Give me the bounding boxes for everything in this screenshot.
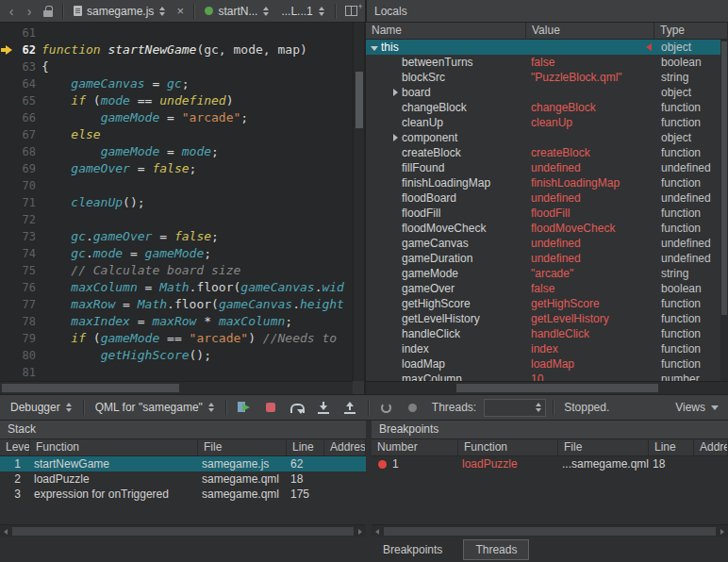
breakpoint-margin[interactable] [0, 211, 15, 228]
scrollbar-thumb[interactable] [12, 527, 354, 536]
stack-horizontal-scrollbar[interactable] [0, 524, 366, 537]
locals-row[interactable]: thisobject [366, 40, 720, 55]
tab-breakpoints[interactable]: Breakpoints [372, 539, 454, 560]
locals-vertical-scrollbar[interactable] [720, 40, 728, 381]
locals-row[interactable]: cleanUpcleanUpfunction [366, 115, 720, 130]
editor-line[interactable]: 78 maxIndex = maxRow * maxColumn; [0, 313, 353, 330]
record-button[interactable] [402, 397, 424, 418]
locals-row[interactable]: betweenTurnsfalseboolean [366, 55, 720, 70]
scrollbar-thumb[interactable] [384, 527, 716, 536]
editor-line[interactable]: 63{ [0, 58, 353, 75]
stack-row[interactable]: 3expression for onTriggeredsamegame.qml1… [0, 487, 366, 502]
breakpoint-margin[interactable] [0, 364, 15, 381]
breakpoint-margin[interactable] [0, 313, 15, 330]
debugger-perspective-combo[interactable]: Debugger [6, 398, 76, 417]
locals-row[interactable]: gameOverfalseboolean [366, 281, 720, 296]
scrollbar-thumb[interactable] [456, 384, 658, 392]
continue-button[interactable] [233, 397, 256, 418]
scroll-right-icon[interactable] [720, 529, 724, 535]
locals-row[interactable]: floodBoardundefinedundefined [366, 190, 720, 206]
scroll-left-icon[interactable] [4, 529, 8, 535]
locals-row[interactable]: loadMaploadMapfunction [366, 356, 720, 372]
editor-line[interactable]: 70 [0, 177, 353, 194]
editor-line[interactable]: 75 // Calculate board size [0, 262, 353, 279]
views-menu-button[interactable]: Views [675, 401, 722, 414]
column-header[interactable]: Type [654, 23, 728, 39]
open-document-combo[interactable]: samegame.js [69, 2, 170, 21]
breakpoint-margin[interactable] [0, 160, 15, 177]
locals-row[interactable]: createBlockcreateBlockfunction [366, 145, 720, 160]
editor-vertical-scrollbar[interactable] [353, 23, 364, 381]
locals-row[interactable]: floodMoveCheckfloodMoveCheckfunction [366, 221, 720, 236]
editor-line[interactable]: 73 gc.gameOver = false; [0, 228, 353, 245]
editor-line[interactable]: 79 if (gameMode == "arcade") //Needs to [0, 330, 353, 347]
breakpoint-margin[interactable] [0, 25, 15, 41]
editor-line[interactable]: 62function startNewGame(gc, mode, map) [0, 41, 353, 58]
locals-row[interactable]: fillFoundundefinedundefined [366, 160, 720, 175]
breakpoint-margin[interactable] [0, 41, 15, 58]
breakpoint-margin[interactable] [0, 347, 15, 364]
expander-icon[interactable] [389, 85, 402, 100]
editor-line[interactable]: 76 maxColumn = Math.floor(gameCanvas.wid [0, 279, 353, 296]
scrollbar-thumb[interactable] [2, 384, 179, 392]
locals-row[interactable]: gameCanvasundefinedundefined [366, 236, 720, 251]
breakpoint-margin[interactable] [0, 75, 15, 92]
editor-line[interactable]: 71 cleanUp(); [0, 194, 353, 211]
locals-row[interactable]: getLevelHistorygetLevelHistoryfunction [366, 311, 720, 326]
breakpoint-margin[interactable] [0, 177, 15, 194]
breakpoint-margin[interactable] [0, 279, 15, 296]
column-header[interactable]: Address [324, 439, 366, 455]
locals-row[interactable]: finishLoadingMapfinishLoadingMapfunction [366, 175, 720, 190]
locals-row[interactable]: componentobject [366, 130, 720, 145]
column-header[interactable]: Address [694, 439, 728, 455]
locals-row[interactable]: handleClickhandleClickfunction [366, 326, 720, 341]
breakpoint-margin[interactable] [0, 296, 15, 313]
editor-line[interactable]: 72 [0, 211, 353, 228]
line-combo[interactable]: ...L...1 [276, 2, 328, 21]
column-header[interactable]: File [558, 439, 649, 455]
breakpoint-row[interactable]: 1loadPuzzle...samegame.qml18 [372, 456, 728, 471]
editor-line[interactable]: 65 if (mode == undefined) [0, 92, 353, 109]
stop-button[interactable] [259, 397, 282, 418]
editor-line[interactable]: 67 else [0, 126, 353, 143]
breakpoint-margin[interactable] [0, 228, 15, 245]
stack-row[interactable]: 1startNewGamesamegame.js62 [0, 456, 366, 471]
tab-threads[interactable]: Threads [463, 539, 529, 560]
locals-row[interactable]: getHighScoregetHighScorefunction [366, 296, 720, 311]
locals-row[interactable]: gameDurationundefinedundefined [366, 251, 720, 266]
column-header[interactable]: Function [30, 439, 198, 455]
breakpoint-margin[interactable] [0, 330, 15, 347]
breakpoint-margin[interactable] [0, 143, 15, 160]
symbol-combo[interactable]: startN... [200, 2, 273, 21]
editor-line[interactable]: 64 gameCanvas = gc; [0, 75, 353, 92]
locals-row[interactable]: changeBlockchangeBlockfunction [366, 100, 720, 115]
scrollbar-thumb[interactable] [721, 41, 727, 315]
editor-line[interactable]: 81 [0, 364, 353, 381]
editor-line[interactable]: 66 gameMode = "arcade"; [0, 109, 353, 126]
scroll-right-icon[interactable] [358, 529, 362, 535]
locals-row[interactable]: floodFillfloodFillfunction [366, 206, 720, 221]
editor-line[interactable]: 68 gameMode = mode; [0, 143, 353, 160]
step-out-button[interactable] [339, 397, 361, 418]
breakpoint-margin[interactable] [0, 126, 15, 143]
back-icon[interactable]: ‹ [4, 1, 19, 22]
threads-combo[interactable] [484, 399, 546, 417]
column-header[interactable]: Value [526, 23, 654, 39]
code-editor[interactable]: 6162function startNewGame(gc, mode, map)… [0, 23, 353, 381]
editor-line[interactable]: 80 getHighScore(); [0, 347, 353, 364]
column-header[interactable]: File [198, 439, 287, 455]
split-editor-icon[interactable] [345, 6, 357, 16]
locals-row[interactable]: blockSrc"PuzzleBlock.qml"string [366, 70, 720, 85]
editor-line[interactable]: 77 maxRow = Math.floor(gameCanvas.height [0, 296, 353, 313]
expander-icon[interactable] [389, 130, 402, 145]
column-header[interactable]: Line [287, 439, 324, 455]
lock-icon[interactable] [43, 10, 53, 17]
editor-line[interactable]: 61 [0, 25, 353, 41]
locals-row[interactable]: gameMode"arcade"string [366, 266, 720, 281]
breakpoint-margin[interactable] [0, 194, 15, 211]
restart-button[interactable] [375, 397, 398, 418]
locals-row[interactable]: maxColumn10number [366, 372, 720, 381]
column-header[interactable]: Line [649, 439, 694, 455]
breakpoint-margin[interactable] [0, 92, 15, 109]
step-into-button[interactable] [312, 397, 335, 418]
